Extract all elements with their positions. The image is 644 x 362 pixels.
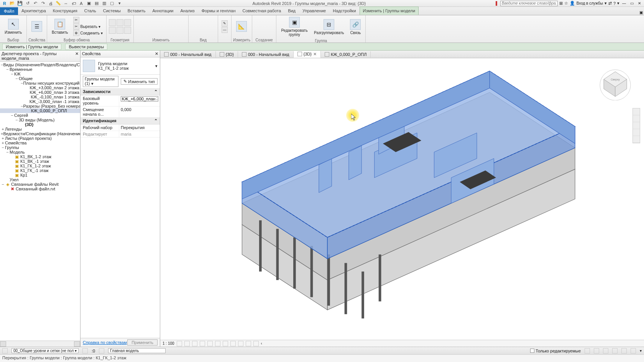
view4-icon[interactable] — [191, 28, 199, 35]
tree-twisty-icon[interactable]: + — [1, 136, 5, 141]
tree-node[interactable]: +Легенды — [0, 127, 80, 131]
browser-hscroll[interactable] — [0, 341, 80, 347]
tree-node[interactable]: КЖ_+6,000_план 3 этажа — [0, 90, 80, 95]
nav-wheel-icon[interactable] — [633, 108, 640, 115]
properties-button[interactable]: ☰ — [29, 20, 44, 33]
props-help-link[interactable]: Справка по свойствам — [83, 340, 127, 345]
edit-type-button[interactable]: ✎Изменить тип — [121, 78, 158, 85]
filter-icon[interactable] — [631, 348, 636, 354]
tree-twisty-icon[interactable]: − — [1, 182, 5, 187]
extend-icon[interactable] — [145, 28, 152, 35]
tree-twisty-icon[interactable]: + — [1, 127, 5, 131]
view2-icon[interactable] — [199, 18, 207, 25]
create1-icon[interactable] — [255, 17, 264, 25]
tree-twisty-icon[interactable]: − — [10, 113, 14, 118]
option-activate-dims[interactable]: Вывести размеры — [65, 44, 107, 50]
split2-icon[interactable] — [153, 28, 161, 35]
open-icon[interactable]: 📂 — [9, 0, 15, 7]
edit-group-button[interactable]: ▣ Редактировать группу — [279, 16, 310, 38]
restore-button[interactable]: ▭ — [629, 1, 635, 6]
scale-selector[interactable]: 1 : 100 — [163, 341, 174, 346]
brush-icon[interactable]: ✎ — [220, 20, 229, 26]
paint-icon[interactable] — [124, 27, 131, 34]
split-icon[interactable] — [117, 27, 123, 34]
view-tab[interactable]: {3D} — [216, 51, 238, 57]
view5-icon[interactable] — [199, 28, 207, 35]
tab-architecture[interactable]: Архитектура — [18, 7, 49, 15]
tree-node[interactable]: КЖ_+3,000_план 2 этажа — [0, 85, 80, 90]
workset-icon[interactable] — [2, 348, 8, 354]
nav-zoom-icon[interactable] — [633, 122, 640, 129]
app-icon[interactable]: R — [2, 0, 8, 7]
file-tab[interactable]: Файл — [0, 7, 18, 15]
nav-extra-icon[interactable] — [633, 136, 640, 143]
help-dropdown[interactable]: ▾ — [617, 1, 619, 6]
render-icon[interactable] — [207, 341, 213, 346]
close-inactive-icon[interactable]: ▢ — [109, 0, 115, 7]
tab-analyze[interactable]: Анализ — [177, 7, 198, 15]
tab-manage[interactable]: Управление — [299, 7, 329, 15]
offset-value[interactable]: 0,000 — [119, 106, 160, 117]
redo-icon[interactable]: ↷ — [40, 0, 46, 7]
brush2-icon[interactable]: — — [220, 27, 229, 33]
tree-node[interactable]: −Временные — [0, 67, 80, 72]
view1-icon[interactable] — [191, 18, 199, 25]
select-links-icon[interactable] — [585, 348, 590, 354]
tag-icon[interactable]: 🏷 — [71, 0, 77, 7]
editable-only-checkbox[interactable]: Только редактируемые — [530, 349, 581, 353]
tab-structure[interactable]: Конструкция — [49, 7, 81, 15]
help-icon[interactable]: ? — [613, 1, 616, 6]
analytical-icon[interactable] — [253, 341, 259, 346]
tree-twisty-icon[interactable]: − — [5, 150, 10, 154]
offset-icon[interactable] — [145, 18, 152, 25]
collapse-icon[interactable]: ⌃ — [154, 89, 158, 94]
reveal-icon[interactable] — [246, 341, 251, 346]
text-icon[interactable]: A — [78, 0, 84, 7]
search-input[interactable] — [500, 1, 558, 6]
create4-icon[interactable] — [264, 28, 274, 36]
temp-hide-icon[interactable] — [238, 341, 243, 346]
view3d-icon[interactable]: ▣ — [86, 0, 92, 7]
tree-node[interactable]: −Планы несущих конструкций — [0, 81, 80, 85]
minimize-button[interactable]: — — [621, 1, 627, 6]
sun-path-icon[interactable] — [192, 341, 197, 346]
copy-icon[interactable] — [170, 18, 177, 25]
tree-node[interactable]: −◈Связанные файлы Revit — [0, 182, 80, 187]
tree-node[interactable]: КЖ_-0,100_план 1 этажа — [0, 95, 80, 99]
link-button[interactable]: 🔗 Связь — [348, 18, 363, 36]
trim-icon[interactable] — [136, 28, 144, 35]
star-icon[interactable]: ☆ — [564, 1, 568, 6]
scroll-left-icon[interactable] — [0, 341, 6, 347]
tree-twisty-icon[interactable]: − — [15, 76, 19, 81]
view6-icon[interactable] — [208, 28, 215, 35]
tree-node[interactable]: ▣К1_ГК_-1 этаж — [0, 168, 80, 173]
view3-icon[interactable] — [208, 18, 215, 25]
vc-chevron-left-icon[interactable]: ‹ — [261, 341, 262, 346]
navigation-bar[interactable] — [632, 108, 640, 143]
undo-icon[interactable]: ↶ — [32, 0, 38, 7]
editing-requests-icon[interactable] — [99, 348, 104, 354]
view-tab[interactable]: {3D}✕ — [294, 51, 321, 58]
view-tab[interactable]: 000 - Начальный вид — [160, 51, 216, 57]
select-pinned-icon[interactable] — [603, 348, 608, 354]
tree-node[interactable]: {3D} — [0, 122, 80, 127]
save-icon[interactable]: 💾 — [17, 0, 23, 7]
align-icon[interactable] — [136, 18, 144, 25]
detail-level-icon[interactable] — [177, 341, 182, 346]
tree-node[interactable]: КЖ_-3,000_план -1 этажа — [0, 99, 80, 104]
dim-icon[interactable]: ↔ — [63, 0, 69, 7]
section-icon[interactable]: ▤ — [94, 0, 100, 7]
nav-pan-icon[interactable] — [633, 115, 640, 122]
tab-annotate[interactable]: Аннотации — [149, 7, 177, 15]
select-face-icon[interactable] — [612, 348, 618, 354]
tree-node[interactable]: −Модель — [0, 150, 80, 154]
modify-button[interactable]: ↖ Изменить — [2, 18, 24, 35]
cat-identity[interactable]: Идентификация⌃ — [80, 118, 160, 124]
create3-icon[interactable] — [255, 28, 264, 36]
tree-node[interactable]: +Листы (Раздел проекта) — [0, 136, 80, 141]
tree-node[interactable]: ✖Связанный файл.rvt — [0, 187, 80, 191]
create2-icon[interactable] — [264, 17, 274, 25]
view-tab[interactable]: 000 - Начальный вид — [238, 51, 294, 57]
measure-button[interactable]: 📐 — [234, 20, 249, 33]
tree-node[interactable]: ▣К1_ВК_1-2 этаж — [0, 154, 80, 159]
